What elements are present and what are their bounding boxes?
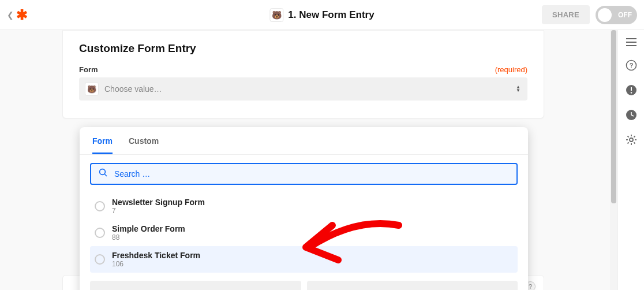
option-title: Newsletter Signup Form — [112, 198, 205, 207]
svg-line-1 — [104, 174, 107, 176]
gear-icon[interactable] — [626, 134, 637, 148]
main-area: Customize Form Entry Form (required) 🐻 C… — [0, 30, 644, 290]
radio-icon — [95, 201, 105, 211]
options-list: Newsletter Signup Form 7 Simple Order Fo… — [80, 191, 528, 278]
option-sub: 88 — [112, 233, 185, 241]
scrollbar-track[interactable] — [610, 30, 617, 290]
back-chevron-icon[interactable]: ❮ — [7, 10, 16, 20]
topbar: ❮ ✱ 🐻 1. New Form Entry SHARE OFF — [0, 0, 644, 30]
svg-text:?: ? — [629, 62, 633, 69]
svg-point-13 — [630, 138, 633, 142]
menu-icon[interactable] — [626, 37, 636, 49]
field-label: Form — [79, 65, 98, 74]
option-sub: 106 — [112, 260, 200, 268]
option-title: Simple Order Form — [112, 224, 185, 233]
help-circle-icon[interactable]: ? — [626, 60, 637, 74]
select-sort-icon: ▲▼ — [516, 85, 521, 92]
alert-circle-icon[interactable] — [626, 84, 637, 99]
radio-icon — [95, 228, 105, 238]
scrollbar-thumb[interactable] — [611, 30, 616, 203]
required-label: (required) — [495, 65, 527, 74]
option-sub: 7 — [112, 207, 205, 215]
zap-enable-toggle[interactable]: OFF — [596, 6, 637, 24]
side-rail: ? — [617, 30, 644, 290]
list-item[interactable]: Newsletter Signup Form 7 — [90, 193, 518, 220]
tab-custom[interactable]: Custom — [129, 136, 159, 154]
svg-line-18 — [627, 136, 628, 137]
clear-button[interactable]: CLEAR — [307, 281, 518, 290]
zapier-logo-icon[interactable]: ✱ — [16, 7, 28, 23]
dropdown-actions: LOAD MORE CLEAR — [80, 278, 528, 290]
radio-icon — [95, 254, 105, 265]
svg-line-21 — [634, 136, 635, 137]
search-icon — [98, 168, 108, 180]
svg-line-19 — [634, 142, 635, 143]
select-placeholder: Choose value… — [104, 84, 162, 94]
tab-form[interactable]: Form — [92, 136, 113, 154]
form-select[interactable]: 🐻 Choose value… ▲▼ — [79, 77, 527, 101]
topbar-right: SHARE OFF — [542, 5, 637, 24]
dropdown-tabs: Form Custom — [80, 127, 528, 155]
wpforms-app-icon: 🐻 — [269, 8, 283, 22]
step-title: 1. New Form Entry — [288, 9, 374, 21]
field-header-row: Form (required) — [79, 65, 527, 74]
option-title: Freshdesk Ticket Form — [112, 251, 200, 260]
svg-line-20 — [627, 142, 628, 143]
toggle-knob — [598, 8, 612, 22]
toggle-label: OFF — [618, 11, 632, 19]
wpforms-app-icon: 🐻 — [85, 82, 99, 96]
list-item[interactable]: Simple Order Form 88 — [90, 220, 518, 246]
search-input[interactable] — [114, 169, 510, 179]
list-item[interactable]: Freshdesk Ticket Form 106 — [90, 246, 518, 273]
svg-point-9 — [630, 92, 632, 94]
customize-card: Customize Form Entry Form (required) 🐻 C… — [62, 30, 544, 118]
form-dropdown-panel: Form Custom Newsletter Signup Form 7 — [80, 127, 528, 290]
clock-icon[interactable] — [626, 109, 637, 124]
search-wrap — [80, 155, 528, 191]
card-title: Customize Form Entry — [79, 42, 527, 55]
share-button[interactable]: SHARE — [542, 5, 590, 24]
step-title-group[interactable]: 🐻 1. New Form Entry — [269, 8, 374, 22]
svg-point-0 — [100, 169, 106, 175]
load-more-button[interactable]: LOAD MORE — [90, 281, 301, 290]
search-input-container[interactable] — [90, 163, 518, 185]
